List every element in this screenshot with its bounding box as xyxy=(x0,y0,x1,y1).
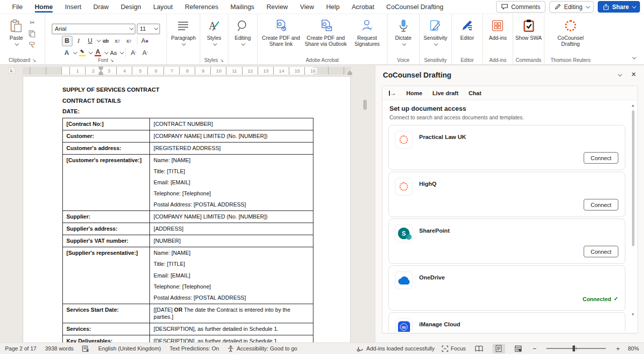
menu-item-view[interactable]: View xyxy=(294,0,320,14)
editing-button[interactable]: Editing xyxy=(232,17,253,47)
format-painter-button[interactable] xyxy=(27,40,37,49)
addins-button[interactable]: Add-ins xyxy=(487,17,509,42)
word-count[interactable]: 3938 words xyxy=(45,345,73,351)
editing-mode-button[interactable]: Editing xyxy=(549,1,594,13)
show-swa-button[interactable]: Show SWA xyxy=(513,17,544,42)
table-cell-value[interactable]: [REGISTERED ADDRESS] xyxy=(150,143,313,154)
text-predictions-indicator[interactable]: Text Predictions: On xyxy=(170,345,219,351)
zoom-in-button[interactable]: + xyxy=(615,345,621,352)
print-layout-button[interactable] xyxy=(493,344,505,353)
zoom-level[interactable]: 80% xyxy=(628,345,639,351)
zoom-out-button[interactable]: − xyxy=(532,345,538,352)
subscript-button[interactable]: x2 xyxy=(112,36,123,46)
superscript-button[interactable]: x2 xyxy=(124,36,134,46)
menu-item-review[interactable]: Review xyxy=(261,0,294,14)
font-dialog-launcher[interactable]: ↘ xyxy=(110,58,114,63)
menu-item-layout[interactable]: Layout xyxy=(147,0,179,14)
editor-button[interactable]: Editor xyxy=(458,17,476,42)
menu-item-insert[interactable]: Insert xyxy=(59,0,88,14)
request-signatures-button[interactable]: x Request Signatures xyxy=(349,17,385,48)
collapse-ribbon-chevron-icon[interactable] xyxy=(632,55,636,59)
table-cell-value[interactable]: [DESCRIPTION], as further detailed in Sc… xyxy=(150,335,313,342)
menu-item-help[interactable]: Help xyxy=(320,0,346,14)
panel-scroll-up-icon[interactable]: ▲ xyxy=(631,103,635,108)
table-cell-label[interactable]: Supplier's VAT number: xyxy=(63,235,150,247)
table-cell-value[interactable]: [[DATE] OR The date the Contract is ente… xyxy=(150,304,313,323)
horizontal-ruler[interactable]: 12345678910111213141516 xyxy=(23,67,351,75)
font-name-combobox[interactable]: Arial xyxy=(52,24,135,34)
text-effects-button[interactable]: A xyxy=(61,48,72,58)
menu-item-home[interactable]: Home xyxy=(29,0,59,14)
proofing-icon[interactable] xyxy=(82,345,90,352)
table-cell-label[interactable]: [Customer's representative:] xyxy=(63,155,150,211)
share-button[interactable]: Share xyxy=(598,1,640,13)
table-cell-label[interactable]: [Contract No:] xyxy=(63,118,150,130)
paragraph-button[interactable]: Paragraph xyxy=(169,17,198,47)
document-scrollbar-thumb[interactable] xyxy=(363,100,367,110)
menu-item-design[interactable]: Design xyxy=(115,0,147,14)
styles-button[interactable]: A Styles xyxy=(205,17,223,47)
read-mode-button[interactable] xyxy=(473,344,486,353)
menu-item-mailings[interactable]: Mailings xyxy=(224,0,261,14)
table-cell-label[interactable]: Customer's address: xyxy=(63,143,150,154)
menu-item-cocounsel-drafting[interactable]: CoCounsel Drafting xyxy=(380,0,449,14)
panel-tab-live-draft[interactable]: Live draft xyxy=(432,90,458,96)
paste-button[interactable]: Paste xyxy=(8,17,25,47)
panel-scrollbar-thumb[interactable] xyxy=(632,110,634,246)
table-cell-label[interactable]: [Supplier's representative:] xyxy=(63,247,150,304)
menu-item-file[interactable]: File xyxy=(6,0,29,14)
panel-expand-icon[interactable]: → xyxy=(389,90,396,97)
table-cell-label[interactable]: Supplier: xyxy=(63,211,150,223)
table-cell-value[interactable]: [CONTRACT NUMBER] xyxy=(150,118,313,130)
shrink-font-button[interactable]: Aˇ xyxy=(140,48,150,58)
addins-status[interactable]: Add-ins loaded successfully xyxy=(357,345,435,352)
zoom-slider[interactable] xyxy=(546,348,606,349)
table-cell-label[interactable]: Key Deliverables: xyxy=(63,335,150,342)
accessibility-indicator[interactable]: Accessibility: Good to go xyxy=(227,345,297,352)
menu-item-acrobat[interactable]: Acrobat xyxy=(346,0,380,14)
first-line-indent-marker[interactable] xyxy=(99,66,103,71)
table-cell-value[interactable]: [COMPANY NAME] LIMITED (No. [NUMBER]) xyxy=(150,130,313,142)
table-cell-value[interactable]: Name: [NAME]Title: [TITLE]Email: [EMAIL]… xyxy=(150,155,313,211)
connect-button[interactable]: Connect xyxy=(584,199,618,210)
panel-close-icon[interactable]: × xyxy=(631,70,636,79)
table-cell-label[interactable]: Supplier's address: xyxy=(63,223,150,235)
table-cell-value[interactable]: [NUMBER] xyxy=(150,235,313,247)
panel-scroll-down-icon[interactable]: ▼ xyxy=(631,312,635,317)
cut-button[interactable]: ✂ xyxy=(27,18,37,27)
create-pdf-outlook-button[interactable]: Create PDF and Share via Outlook xyxy=(303,17,349,48)
underline-button[interactable]: U xyxy=(85,36,96,46)
menu-item-draw[interactable]: Draw xyxy=(88,0,115,14)
left-indent-marker[interactable] xyxy=(99,70,103,75)
connect-button[interactable]: Connect xyxy=(584,152,618,164)
page-indicator[interactable]: Page 2 of 17 xyxy=(5,345,36,351)
change-case-button[interactable]: Aa xyxy=(108,48,119,58)
table-cell-label[interactable]: Services Start Date: xyxy=(63,304,150,323)
clipboard-dialog-launcher[interactable]: ↘ xyxy=(32,58,36,63)
tab-stop-selector[interactable]: L xyxy=(8,67,15,74)
sensitivity-button[interactable]: Sensitivity xyxy=(422,17,449,47)
table-cell-value[interactable]: [ADDRESS] xyxy=(150,223,313,235)
strikethrough-button[interactable]: ab xyxy=(101,36,111,46)
table-cell-label[interactable]: Services: xyxy=(63,323,150,335)
panel-collapse-chevron-icon[interactable] xyxy=(618,72,622,76)
table-cell-value[interactable]: Name: [NAME]Title: [TITLE]Email: [EMAIL]… xyxy=(150,247,313,304)
clear-formatting-button[interactable]: A◆ xyxy=(140,36,150,46)
comments-button[interactable]: Comments xyxy=(496,1,545,13)
font-color-button[interactable]: A xyxy=(93,48,103,58)
table-cell-value[interactable]: [COMPANY NAME] LIMITED (No. [NUMBER]) xyxy=(150,211,313,223)
panel-tab-chat[interactable]: Chat xyxy=(468,90,481,96)
web-layout-button[interactable] xyxy=(512,344,525,353)
table-cell-value[interactable]: [DESCRIPTION], as further detailed in Sc… xyxy=(150,323,313,335)
highlight-color-button[interactable]: ✎ xyxy=(77,48,88,58)
styles-dialog-launcher[interactable]: ↘ xyxy=(220,58,224,63)
right-indent-marker[interactable] xyxy=(348,70,352,75)
menu-item-references[interactable]: References xyxy=(179,0,224,14)
cocounsel-drafting-button[interactable]: CoCounsel Drafting xyxy=(553,17,588,48)
panel-tab-home[interactable]: Home xyxy=(407,90,423,96)
font-size-combobox[interactable]: 11 xyxy=(137,24,160,34)
document-page[interactable]: SUPPLY OF SERVICES CONTRACT CONTRACT DET… xyxy=(23,76,351,342)
italic-button[interactable]: I xyxy=(73,36,84,46)
table-cell-label[interactable]: Customer: xyxy=(63,130,150,142)
copy-button[interactable] xyxy=(27,29,37,38)
